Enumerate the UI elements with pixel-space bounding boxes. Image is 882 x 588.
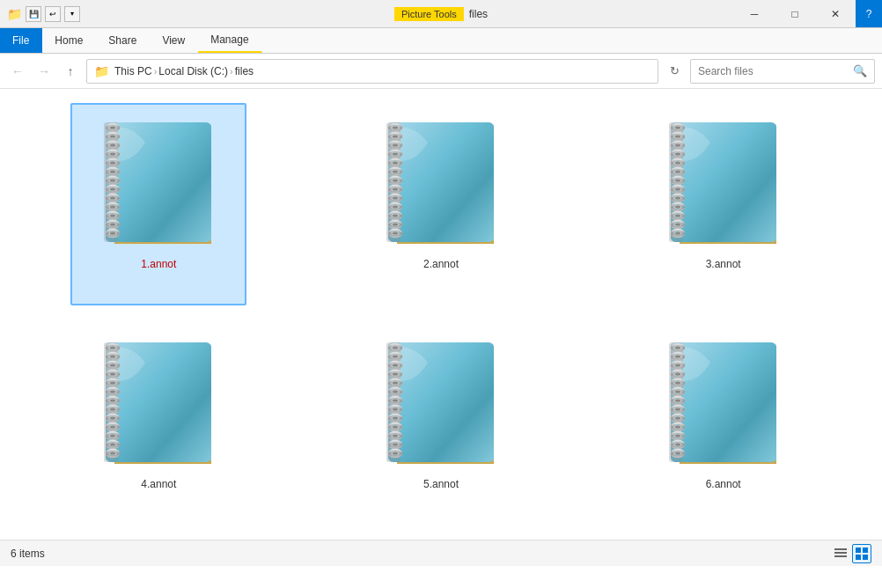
search-icon: 🔍 xyxy=(853,64,867,77)
svg-point-32 xyxy=(110,180,115,182)
quick-access-dropdown[interactable]: ▾ xyxy=(64,6,80,22)
svg-point-185 xyxy=(110,400,115,402)
tab-share[interactable]: Share xyxy=(96,28,150,53)
title-bar-left: 📁 💾 ↩ ▾ xyxy=(0,0,87,27)
forward-button[interactable]: → xyxy=(33,61,55,82)
svg-point-20 xyxy=(110,144,115,147)
file-item-3[interactable]: 3.annot xyxy=(636,103,812,305)
path-folder-icon: 📁 xyxy=(94,64,109,78)
svg-point-95 xyxy=(393,215,398,217)
minimize-button[interactable]: ─ xyxy=(734,0,775,27)
search-box[interactable]: 🔍 xyxy=(690,59,875,84)
notebook-icon xyxy=(97,112,220,253)
tab-home[interactable]: Home xyxy=(42,28,96,53)
status-bar: 6 items xyxy=(0,540,882,566)
address-bar-input[interactable]: 📁 This PC › Local Disk (C:) › files xyxy=(86,59,658,84)
svg-point-254 xyxy=(393,452,398,455)
svg-point-188 xyxy=(110,408,115,411)
file-label-2: 2.annot xyxy=(423,258,459,270)
notebook-icon xyxy=(97,332,220,473)
svg-point-137 xyxy=(675,188,680,191)
svg-point-284 xyxy=(675,391,680,393)
file-item-4[interactable]: 4.annot xyxy=(70,323,246,526)
svg-rect-307 xyxy=(834,552,847,554)
svg-point-236 xyxy=(393,400,398,402)
tab-manage[interactable]: Manage xyxy=(198,28,261,53)
svg-point-29 xyxy=(110,171,115,173)
up-button[interactable]: ↑ xyxy=(60,61,81,82)
svg-point-182 xyxy=(110,391,115,393)
svg-point-128 xyxy=(675,162,680,165)
list-view-button[interactable] xyxy=(831,544,850,563)
file-label-6: 6.annot xyxy=(706,478,741,490)
svg-point-149 xyxy=(675,224,680,226)
svg-point-47 xyxy=(110,224,115,226)
title-bar: 📁 💾 ↩ ▾ Picture Tools files ─ □ ✕ ? xyxy=(0,0,882,28)
svg-point-176 xyxy=(110,373,115,376)
svg-point-296 xyxy=(675,426,680,429)
file-label-5: 5.annot xyxy=(423,478,459,490)
svg-point-281 xyxy=(675,382,680,385)
tab-view[interactable]: View xyxy=(150,28,198,53)
svg-point-152 xyxy=(675,232,680,235)
svg-point-179 xyxy=(110,382,115,385)
svg-point-44 xyxy=(110,215,115,217)
svg-point-17 xyxy=(110,136,115,138)
svg-point-224 xyxy=(393,364,398,367)
picture-tools-label: Picture Tools xyxy=(394,7,464,21)
svg-point-89 xyxy=(393,197,398,200)
svg-rect-309 xyxy=(856,548,861,553)
notebook-icon xyxy=(379,112,503,253)
file-item-6[interactable]: 6.annot xyxy=(636,323,812,526)
search-input[interactable] xyxy=(698,65,849,77)
svg-point-200 xyxy=(110,444,115,446)
svg-rect-306 xyxy=(834,548,847,550)
tab-file[interactable]: File xyxy=(0,28,42,53)
file-label-4: 4.annot xyxy=(141,478,176,490)
path-files[interactable]: files xyxy=(235,65,254,77)
window-controls: ─ □ ✕ ? xyxy=(734,0,882,27)
svg-point-203 xyxy=(110,452,115,455)
svg-rect-310 xyxy=(863,548,868,553)
app-icon: 📁 xyxy=(7,7,22,21)
help-button[interactable]: ? xyxy=(856,0,882,27)
svg-point-140 xyxy=(675,197,680,200)
ribbon: File Home Share View Manage xyxy=(0,28,882,54)
svg-point-65 xyxy=(393,127,398,129)
refresh-button[interactable]: ↻ xyxy=(664,61,685,82)
svg-point-167 xyxy=(110,347,115,349)
close-button[interactable]: ✕ xyxy=(815,0,856,27)
notebook-icon xyxy=(662,112,785,253)
quick-access-undo[interactable]: ↩ xyxy=(45,6,61,22)
svg-point-77 xyxy=(393,162,398,165)
svg-point-134 xyxy=(675,180,680,182)
file-item-2[interactable]: 2.annot xyxy=(353,103,529,305)
grid-view-button[interactable] xyxy=(852,544,871,563)
svg-point-74 xyxy=(393,153,398,156)
svg-point-221 xyxy=(393,356,398,358)
svg-point-302 xyxy=(675,444,680,446)
svg-point-86 xyxy=(393,188,398,191)
svg-point-173 xyxy=(110,364,115,367)
svg-point-131 xyxy=(675,171,680,173)
file-label-1: 1.annot xyxy=(141,258,176,270)
svg-point-251 xyxy=(393,444,398,446)
svg-point-35 xyxy=(110,188,115,191)
svg-point-269 xyxy=(675,347,680,349)
path-local-disk[interactable]: Local Disk (C:) xyxy=(158,65,228,77)
quick-access-save[interactable]: 💾 xyxy=(26,6,41,22)
svg-point-50 xyxy=(110,232,115,235)
path-this-pc[interactable]: This PC xyxy=(114,65,152,77)
svg-point-272 xyxy=(675,356,680,358)
svg-point-293 xyxy=(675,417,680,420)
svg-rect-311 xyxy=(856,555,861,560)
svg-point-191 xyxy=(110,417,115,420)
svg-point-101 xyxy=(393,232,398,235)
maximize-button[interactable]: □ xyxy=(775,0,815,27)
content-area: 1.annot xyxy=(0,89,882,540)
back-button[interactable]: ← xyxy=(7,61,28,82)
file-item-5[interactable]: 5.annot xyxy=(353,323,529,526)
file-item-1[interactable]: 1.annot xyxy=(70,103,246,305)
svg-point-242 xyxy=(393,417,398,420)
svg-point-41 xyxy=(110,206,115,209)
